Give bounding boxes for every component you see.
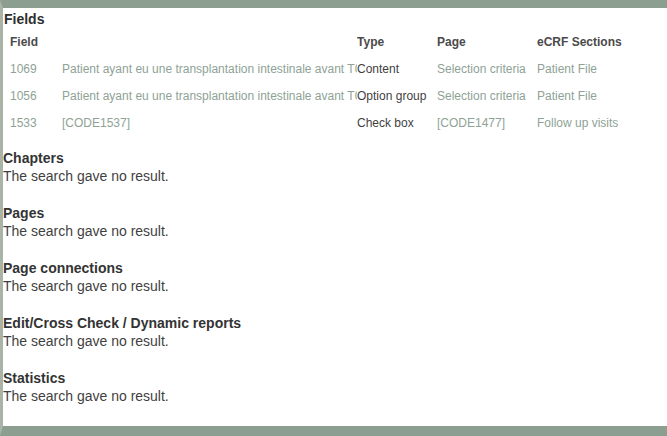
section-title: Chapters — [3, 149, 667, 167]
fields-section-title: Fields — [4, 11, 667, 28]
field-label-link[interactable]: Patient ayant eu une transplantation int… — [62, 56, 357, 83]
field-id-link[interactable]: 1069 — [10, 56, 62, 83]
column-header-type: Type — [357, 29, 437, 56]
column-header-page: Page — [437, 29, 537, 56]
field-label-link[interactable]: [CODE1537] — [62, 110, 357, 137]
field-type-value: Check box — [357, 110, 437, 137]
empty-result-sections: Chapters The search gave no result. Page… — [3, 149, 667, 405]
section-title: Edit/Cross Check / Dynamic reports — [3, 314, 667, 332]
section-edit-cross-check-dynamic-reports: Edit/Cross Check / Dynamic reports The s… — [3, 314, 667, 350]
search-results-page: Fields Field Type Page eCRF Sections 106… — [3, 11, 667, 405]
field-page-link[interactable]: Selection criteria — [437, 56, 537, 83]
field-row: 1069 Patient ayant eu une transplantatio… — [10, 56, 660, 83]
field-type-value: Option group — [357, 83, 437, 110]
section-page-connections: Page connections The search gave no resu… — [3, 259, 667, 295]
column-header-field: Field — [10, 29, 357, 56]
field-ecrf-section-link[interactable]: Patient File — [537, 56, 660, 83]
fields-table: Field Type Page eCRF Sections 1069 Patie… — [10, 29, 660, 137]
section-title: Page connections — [3, 259, 667, 277]
no-result-message: The search gave no result. — [3, 332, 667, 350]
column-header-ecrf-sections: eCRF Sections — [537, 29, 660, 56]
section-title: Statistics — [3, 369, 667, 387]
field-row: 1533 [CODE1537] Check box [CODE1477] Fol… — [10, 110, 660, 137]
section-chapters: Chapters The search gave no result. — [3, 149, 667, 185]
section-title: Pages — [3, 204, 667, 222]
section-pages: Pages The search gave no result. — [3, 204, 667, 240]
section-statistics: Statistics The search gave no result. — [3, 369, 667, 405]
field-page-link[interactable]: [CODE1477] — [437, 110, 537, 137]
field-ecrf-section-link[interactable]: Patient File — [537, 83, 660, 110]
field-page-link[interactable]: Selection criteria — [437, 83, 537, 110]
field-label-link[interactable]: Patient ayant eu une transplantation int… — [62, 83, 357, 110]
field-row: 1056 Patient ayant eu une transplantatio… — [10, 83, 660, 110]
no-result-message: The search gave no result. — [3, 167, 667, 185]
fields-table-header-row: Field Type Page eCRF Sections — [10, 29, 660, 56]
field-type-value: Content — [357, 56, 437, 83]
field-ecrf-section-link[interactable]: Follow up visits — [537, 110, 660, 137]
field-id-link[interactable]: 1056 — [10, 83, 62, 110]
no-result-message: The search gave no result. — [3, 277, 667, 295]
field-id-link[interactable]: 1533 — [10, 110, 62, 137]
no-result-message: The search gave no result. — [3, 387, 667, 405]
no-result-message: The search gave no result. — [3, 222, 667, 240]
